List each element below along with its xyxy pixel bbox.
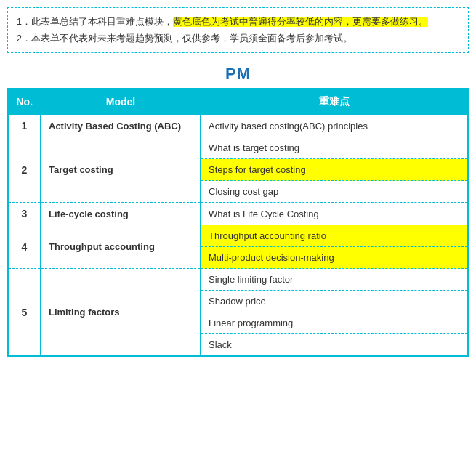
detail-cell-1-0: Activity based costing(ABC) principles [201, 115, 468, 137]
header-difficulty: 重难点 [201, 89, 468, 115]
detail-cell-5-1: Shadow price [201, 291, 468, 312]
notice-line-2: 2．本表单不代表对未来考题趋势预测，仅供参考，学员须全面备考后参加考试。 [17, 31, 459, 47]
table-row: 5Limiting factorsSingle limiting factor [8, 269, 468, 291]
notice-line-1: 1．此表单总结了本科目重难点模块，黄色底色为考试中普遍得分率较低的内容，更需要多… [17, 14, 459, 31]
table-header-row: No. Model 重难点 [8, 89, 468, 115]
detail-cell-4-0: Throughput accounting ratio [201, 225, 468, 247]
page-title: PM [0, 60, 476, 88]
detail-cell-5-2: Linear programming [201, 312, 468, 334]
notice-line1-highlight: 黄色底色为考试中普遍得分率较低的内容，更需要多做练习。 [173, 17, 428, 27]
notice-box: 1．此表单总结了本科目重难点模块，黄色底色为考试中普遍得分率较低的内容，更需要多… [7, 7, 469, 53]
no-cell-1: 1 [8, 115, 41, 137]
detail-cell-5-3: Slack [201, 334, 468, 357]
detail-cell-2-2: Closing cost gap [201, 181, 468, 203]
model-cell-4: Throughput accounting [41, 225, 201, 269]
detail-cell-4-1: Multi-product decision-making [201, 247, 468, 269]
model-cell-1: Activity Based Costing (ABC) [41, 115, 201, 137]
detail-cell-5-0: Single limiting factor [201, 269, 468, 291]
detail-cell-3-0: What is Life Cycle Costing [201, 203, 468, 225]
notice-line1-prefix: 1．此表单总结了本科目重难点模块， [17, 17, 173, 27]
no-cell-4: 4 [8, 225, 41, 269]
no-cell-5: 5 [8, 269, 41, 357]
table-row: 3Life-cycle costingWhat is Life Cycle Co… [8, 203, 468, 225]
table-row: 4Throughput accountingThroughput account… [8, 225, 468, 247]
table-row: 2Target costingWhat is target costing [8, 137, 468, 159]
detail-cell-2-0: What is target costing [201, 137, 468, 159]
main-table: No. Model 重难点 1Activity Based Costing (A… [7, 88, 469, 357]
table-row: 1Activity Based Costing (ABC)Activity ba… [8, 115, 468, 137]
header-model: Model [41, 89, 201, 115]
model-cell-5: Limiting factors [41, 269, 201, 357]
model-cell-2: Target costing [41, 137, 201, 203]
model-cell-3: Life-cycle costing [41, 203, 201, 225]
detail-cell-2-1: Steps for target costing [201, 159, 468, 181]
no-cell-2: 2 [8, 137, 41, 203]
no-cell-3: 3 [8, 203, 41, 225]
header-no: No. [8, 89, 41, 115]
